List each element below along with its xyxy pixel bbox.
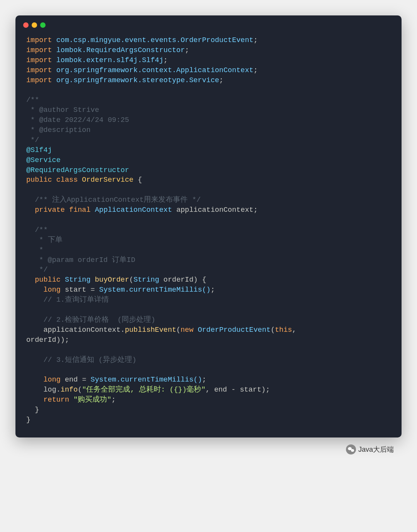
- kw-final: final: [69, 206, 91, 214]
- kw-long: long: [43, 286, 60, 294]
- import-path: lombok.RequiredArgsConstructor: [56, 46, 185, 54]
- comment: *: [35, 246, 43, 254]
- comment: * @description: [26, 126, 91, 134]
- annotation: @RequiredArgsConstructor: [26, 166, 129, 174]
- kw-public: public: [35, 276, 61, 284]
- close-icon[interactable]: [23, 22, 29, 28]
- footer-text: Java大后端: [358, 445, 394, 454]
- method-name: buyOrder: [95, 276, 129, 284]
- annotation: @Service: [26, 156, 61, 164]
- param-name: orderId: [163, 276, 193, 284]
- field-name: applicationContext: [176, 206, 254, 214]
- class-name: OrderService: [82, 176, 133, 184]
- kw-class: class: [56, 176, 78, 184]
- annotation: @Slf4j: [26, 146, 52, 154]
- kw-import: import: [26, 46, 52, 54]
- minimize-icon[interactable]: [32, 22, 37, 28]
- comment: /** 注入ApplicationContext用来发布事件 */: [35, 196, 201, 204]
- window-titlebar: [15, 15, 402, 31]
- event-class: OrderProductEvent: [198, 326, 271, 334]
- param-type: String: [134, 276, 159, 284]
- comment: /**: [35, 226, 47, 234]
- comment: /**: [26, 96, 39, 104]
- system-call: System.currentTimeMillis(): [91, 376, 202, 384]
- comment: * @author Strive: [26, 106, 99, 114]
- string-literal: "购买成功": [73, 396, 111, 404]
- comment: */: [26, 136, 39, 144]
- kw-import: import: [26, 56, 52, 64]
- comment: */: [35, 266, 47, 274]
- code-block: import com.csp.mingyue.event.events.Orde…: [15, 31, 402, 437]
- comment: * 下单: [35, 236, 62, 244]
- comment: * @param orderId 订单ID: [35, 256, 135, 264]
- return-type: String: [65, 276, 91, 284]
- kw-import: import: [26, 66, 52, 74]
- import-path: com.csp.mingyue.event.events.OrderProduc…: [56, 36, 254, 44]
- import-path: org.springframework.stereotype.Service: [56, 76, 219, 84]
- kw-return: return: [43, 396, 69, 404]
- kw-public: public: [26, 176, 52, 184]
- import-path: org.springframework.context.ApplicationC…: [56, 66, 254, 74]
- code-window: import com.csp.mingyue.event.events.Orde…: [15, 15, 402, 437]
- type: ApplicationContext: [95, 206, 172, 214]
- maximize-icon[interactable]: [40, 22, 46, 28]
- comment: * @date 2022/4/24 09:25: [26, 116, 129, 124]
- kw-new: new: [181, 326, 193, 334]
- import-path: lombok.extern.slf4j.Slf4j: [56, 56, 164, 64]
- comment: // 3.短信通知 (异步处理): [43, 356, 136, 364]
- comment: // 1.查询订单详情: [43, 296, 109, 304]
- comment: // 2.检验订单价格 (同步处理): [43, 316, 155, 324]
- kw-long: long: [43, 376, 60, 384]
- string-literal: "任务全部完成, 总耗时: ({})毫秒": [82, 386, 205, 394]
- system-call: System.currentTimeMillis(): [99, 286, 211, 294]
- kw-private: private: [35, 206, 65, 214]
- wechat-icon: [346, 444, 356, 454]
- kw-import: import: [26, 76, 52, 84]
- footer: Java大后端: [15, 437, 402, 454]
- kw-import: import: [26, 36, 52, 44]
- kw-this: this: [275, 326, 292, 334]
